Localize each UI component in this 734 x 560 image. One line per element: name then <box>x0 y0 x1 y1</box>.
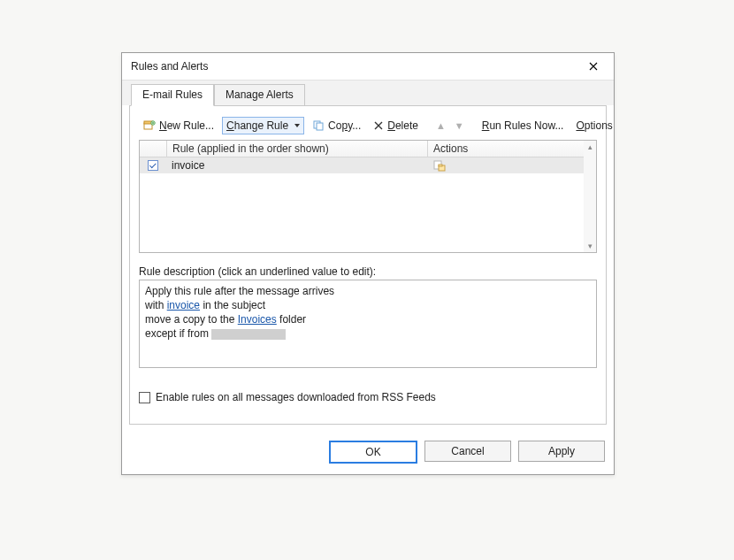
move-up-button[interactable]: ▲ <box>433 120 448 131</box>
rules-and-alerts-dialog: Rules and Alerts E-mail Rules Manage Ale… <box>121 52 615 475</box>
copy-rule-button[interactable]: Copy... <box>308 117 365 134</box>
col-enabled[interactable] <box>140 141 167 157</box>
copy-rule-label: Copy... <box>328 119 361 132</box>
rules-list-header: Rule (applied in the order shown) Action… <box>140 141 584 157</box>
email-rules-page: New Rule... Change Rule Copy... Delete ▲ <box>129 105 607 425</box>
run-rules-now-label: Run Rules Now... <box>482 119 564 132</box>
new-rule-label: New Rule... <box>159 119 214 132</box>
delete-rule-button[interactable]: Delete <box>369 117 423 134</box>
condition-subject-link[interactable]: invoice <box>167 299 200 311</box>
scroll-up-icon: ▴ <box>584 141 596 153</box>
close-icon <box>589 62 598 71</box>
ok-button[interactable]: OK <box>329 441 417 464</box>
desc-line-1: Apply this rule after the message arrive… <box>145 284 591 298</box>
check-icon <box>148 160 158 171</box>
tab-email-rules[interactable]: E-mail Rules <box>131 84 214 106</box>
change-rule-label: Change Rule <box>226 119 288 132</box>
new-rule-icon <box>143 120 156 131</box>
move-down-button[interactable]: ▼ <box>452 120 467 131</box>
svg-rect-7 <box>439 165 442 166</box>
move-to-folder-icon <box>433 159 446 172</box>
rule-description-label: Rule description (click an underlined va… <box>139 265 597 278</box>
rule-actions-cell <box>428 159 584 172</box>
titlebar: Rules and Alerts <box>122 53 614 80</box>
options-label: Options <box>576 119 612 132</box>
copy-icon <box>312 119 325 132</box>
rss-enable-label: Enable rules on all messages downloaded … <box>156 391 436 403</box>
dialog-buttons: OK Cancel Apply <box>122 432 614 474</box>
exception-from-link[interactable] <box>211 329 286 340</box>
tab-manage-alerts-label: Manage Alerts <box>226 88 294 101</box>
svg-rect-4 <box>317 123 323 130</box>
col-rule[interactable]: Rule (applied in the order shown) <box>167 141 428 157</box>
rule-name-cell: invoice <box>166 159 428 172</box>
rss-enable-row[interactable]: Enable rules on all messages downloaded … <box>139 391 597 403</box>
close-button[interactable] <box>578 57 608 76</box>
delete-rule-label: Delete <box>387 119 418 132</box>
action-folder-link[interactable]: Invoices <box>238 313 277 326</box>
apply-button[interactable]: Apply <box>518 441 605 462</box>
desc-line-2: with invoice in the subject <box>145 298 591 312</box>
cancel-button[interactable]: Cancel <box>424 441 511 462</box>
options-button[interactable]: Options <box>571 117 616 134</box>
rules-list-body: invoice <box>140 157 584 252</box>
rule-description-box: Apply this rule after the message arrive… <box>139 280 597 368</box>
rules-list: Rule (applied in the order shown) Action… <box>139 140 597 253</box>
desc-line-3: move a copy to the Invoices folder <box>145 312 591 326</box>
tab-email-rules-label: E-mail Rules <box>142 88 203 101</box>
desc-line-4: except if from <box>145 326 591 341</box>
rss-enable-checkbox[interactable] <box>139 392 150 403</box>
change-rule-button[interactable]: Change Rule <box>222 117 304 134</box>
rule-enabled-checkbox[interactable] <box>140 160 166 171</box>
delete-icon <box>373 120 384 131</box>
col-actions[interactable]: Actions <box>428 141 584 157</box>
rules-toolbar: New Rule... Change Rule Copy... Delete ▲ <box>139 115 597 140</box>
new-rule-button[interactable]: New Rule... <box>139 117 218 134</box>
scroll-down-icon: ▾ <box>584 240 596 252</box>
table-row[interactable]: invoice <box>140 157 584 173</box>
rules-list-scrollbar[interactable]: ▴ ▾ <box>584 140 597 253</box>
run-rules-now-button[interactable]: Run Rules Now... <box>478 117 569 134</box>
chevron-down-icon <box>294 124 300 127</box>
tabs-strip: E-mail Rules Manage Alerts <box>122 80 614 105</box>
dialog-title: Rules and Alerts <box>131 60 208 73</box>
tab-manage-alerts[interactable]: Manage Alerts <box>214 84 305 105</box>
